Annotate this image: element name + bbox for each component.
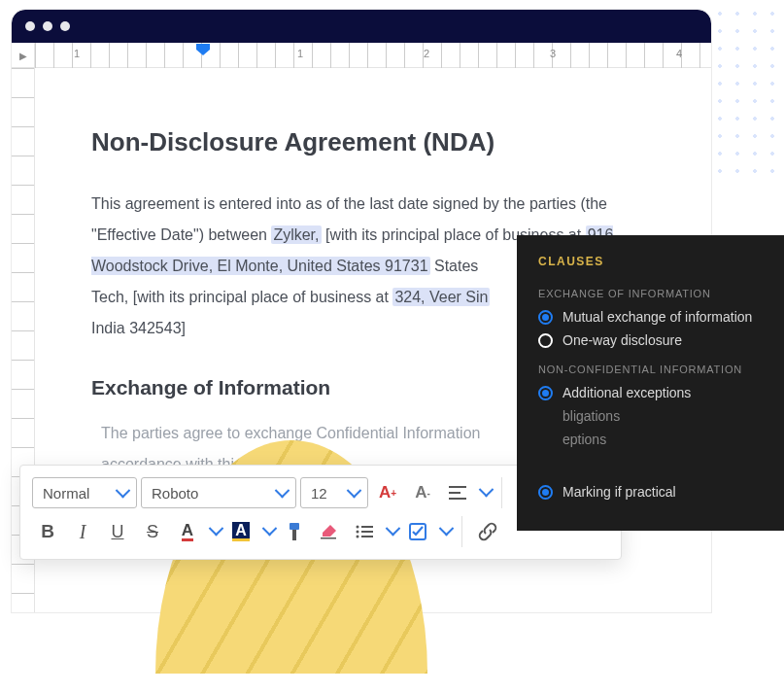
strikethrough-button[interactable]: S <box>137 516 168 547</box>
window-control[interactable] <box>60 21 70 31</box>
bold-button[interactable]: B <box>32 516 63 547</box>
ruler-corner-icon[interactable]: ▶ <box>12 43 35 68</box>
clause-option[interactable]: Additional exceptions <box>538 385 763 400</box>
select-value: 12 <box>311 485 327 502</box>
indent-marker-icon[interactable] <box>196 44 210 55</box>
radio-selected-icon <box>538 310 553 325</box>
clauses-panel: CLAUSES EXCHANGE OF INFORMATION Mutual e… <box>517 235 784 531</box>
option-label: Marking if practical <box>562 484 676 500</box>
chevron-down-icon <box>114 485 128 502</box>
radio-selected-icon <box>538 485 553 500</box>
svg-rect-10 <box>321 537 336 539</box>
text-run: Tech, [with its principal place of busin… <box>91 289 392 305</box>
chevron-down-icon <box>273 485 288 502</box>
separator <box>501 477 502 508</box>
link-button[interactable] <box>472 516 503 547</box>
ruler-row: ▶ 1 1 2 3 4 <box>12 43 711 68</box>
merge-field[interactable]: 324, Veer Sin <box>392 288 490 306</box>
merge-field[interactable]: Zylker, <box>271 225 321 244</box>
svg-rect-8 <box>290 523 299 530</box>
svg-point-12 <box>357 531 359 534</box>
font-size-select[interactable]: 12 <box>300 477 368 508</box>
window-control[interactable] <box>43 21 52 31</box>
clause-option[interactable]: Mutual exchange of information <box>538 309 763 325</box>
text-run: India 342543] <box>91 320 186 336</box>
select-value: Roboto <box>152 485 198 502</box>
window-control[interactable] <box>25 21 35 31</box>
clause-option[interactable]: One-way disclosure <box>538 332 763 348</box>
ruler-number: 1 <box>297 48 303 59</box>
chevron-down-icon <box>345 485 359 502</box>
chevron-down-icon[interactable] <box>477 484 492 502</box>
option-label: bligations <box>562 408 620 424</box>
option-label: One-way disclosure <box>562 332 682 348</box>
ruler-number: 4 <box>676 48 682 59</box>
font-family-select[interactable]: Roboto <box>141 477 296 508</box>
format-painter-button[interactable] <box>279 516 310 547</box>
chevron-down-icon[interactable] <box>384 523 398 540</box>
align-button[interactable] <box>442 477 473 508</box>
chevron-down-icon[interactable] <box>260 523 275 540</box>
text-run: States <box>430 258 479 274</box>
option-label: Additional exceptions <box>562 385 691 400</box>
radio-selected-icon <box>538 386 553 400</box>
clause-option[interactable]: Marking if practical <box>538 484 763 500</box>
svg-rect-9 <box>292 530 296 540</box>
clause-option[interactable]: eptions <box>538 432 763 447</box>
svg-rect-16 <box>361 536 373 537</box>
clause-group-label: NON-CONFIDENTIAL INFORMATION <box>538 364 763 375</box>
svg-point-11 <box>357 526 359 529</box>
svg-rect-14 <box>361 526 373 528</box>
highlight-color-button[interactable]: A <box>225 516 256 547</box>
chevron-down-icon[interactable] <box>207 523 222 540</box>
horizontal-ruler[interactable]: 1 1 2 3 4 <box>35 43 711 68</box>
clear-formatting-button[interactable] <box>314 516 345 547</box>
panel-title: CLAUSES <box>538 255 763 268</box>
titlebar <box>12 10 711 43</box>
svg-rect-15 <box>361 531 373 533</box>
paragraph-style-select[interactable]: Normal <box>32 477 137 508</box>
ruler-number: 2 <box>424 48 429 59</box>
ruler-number: 3 <box>550 48 556 59</box>
option-label: eptions <box>562 432 606 447</box>
increase-font-button[interactable]: A+ <box>372 477 403 508</box>
ruler-number: 1 <box>74 48 80 59</box>
clause-group-label: EXCHANGE OF INFORMATION <box>538 288 763 299</box>
separator <box>461 516 462 547</box>
checkbox-button[interactable] <box>402 516 433 547</box>
select-value: Normal <box>43 485 89 502</box>
underline-button[interactable]: U <box>102 516 133 547</box>
page-title: Non-Disclosure Agreement (NDA) <box>91 117 665 167</box>
italic-button[interactable]: I <box>67 516 98 547</box>
option-label: Mutual exchange of information <box>562 309 752 325</box>
radio-icon <box>538 333 553 348</box>
svg-point-13 <box>357 536 359 538</box>
clause-option[interactable]: bligations <box>538 408 763 424</box>
font-color-button[interactable]: A <box>172 516 203 547</box>
decrease-font-button[interactable]: A- <box>407 477 438 508</box>
chevron-down-icon[interactable] <box>437 523 452 540</box>
list-button[interactable] <box>349 516 380 547</box>
